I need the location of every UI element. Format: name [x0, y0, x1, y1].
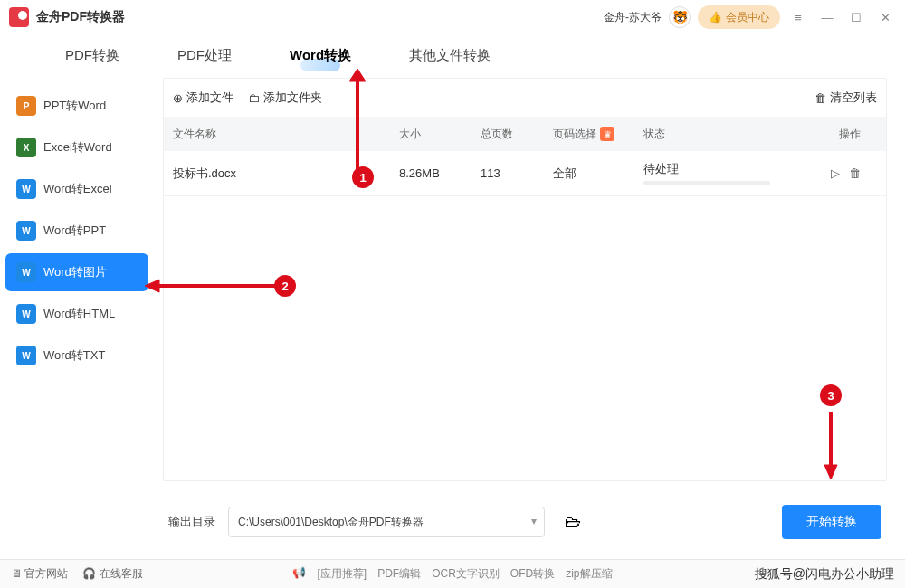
cell-op: ▷ 🗑	[797, 166, 861, 180]
output-path-text: C:\Users\001\Desktop\金舟PDF转换器	[238, 515, 424, 530]
word-icon: W	[16, 179, 36, 199]
word-icon: W	[16, 221, 36, 241]
sidebar-item-word-to-excel[interactable]: WWord转Excel	[5, 170, 148, 208]
footer-link[interactable]: OFD转换	[510, 566, 555, 582]
watermark-text: 搜狐号@闪电办公小助理	[755, 566, 894, 583]
cell-size: 8.26MB	[399, 166, 481, 180]
cell-pages: 113	[481, 166, 553, 180]
sidebar-item-word-to-html[interactable]: WWord转HTML	[5, 295, 148, 333]
main: PPPT转Word XExcel转Word WWord转Excel WWord转…	[0, 78, 905, 548]
add-file-button[interactable]: ⊕添加文件	[173, 90, 233, 106]
add-file-icon: ⊕	[173, 91, 183, 105]
th-size: 大小	[399, 127, 481, 142]
sidebar-item-label: Word转图片	[43, 264, 107, 280]
cell-status: 待处理	[643, 161, 797, 185]
add-file-label: 添加文件	[186, 90, 233, 106]
word-icon: W	[16, 304, 36, 324]
th-range: 页码选择♛	[553, 127, 643, 142]
footer-links: 📢 [应用推荐] PDF编辑 OCR文字识别 OFD转换 zip解压缩	[292, 566, 612, 582]
tab-pdf-process[interactable]: PDF处理	[148, 34, 261, 77]
toolbar: ⊕添加文件 🗀添加文件夹 🗑清空列表	[164, 79, 886, 117]
vip-button[interactable]: 👍会员中心	[698, 5, 780, 29]
add-folder-label: 添加文件夹	[263, 90, 322, 106]
username: 金舟-苏大爷	[604, 10, 662, 25]
menu-icon[interactable]: ≡	[787, 6, 809, 28]
delete-icon[interactable]: 🗑	[849, 166, 861, 180]
output-path-field[interactable]: C:\Users\001\Desktop\金舟PDF转换器 ▾	[228, 507, 545, 537]
sidebar-item-label: Word转PPT	[43, 223, 106, 239]
maximize-icon[interactable]: ☐	[845, 6, 867, 28]
titlebar: 金舟PDF转换器 金舟-苏大爷 🐯 👍会员中心 ≡ — ☐ ✕	[0, 0, 905, 34]
app-title: 金舟PDF转换器	[36, 9, 125, 25]
sidebar-item-label: Word转Excel	[43, 181, 112, 197]
footer-link[interactable]: OCR文字识别	[432, 566, 500, 582]
excel-icon: X	[16, 138, 36, 157]
sidebar-item-word-to-image[interactable]: WWord转图片	[5, 253, 148, 291]
speaker-icon: 📢	[292, 566, 306, 582]
sidebar-item-word-to-ppt[interactable]: WWord转PPT	[5, 212, 148, 250]
vip-badge-icon: ♛	[600, 127, 614, 141]
th-filename: 文件名称	[173, 127, 399, 142]
ppt-icon: P	[16, 96, 36, 116]
sidebar: PPPT转Word XExcel转Word WWord转Excel WWord转…	[0, 78, 154, 548]
tab-other-convert[interactable]: 其他文件转换	[380, 34, 519, 77]
th-pages: 总页数	[481, 127, 553, 142]
table-row[interactable]: 投标书.docx 8.26MB 113 全部 待处理 ▷ 🗑	[164, 151, 886, 196]
app-logo-icon	[9, 7, 29, 27]
output-bar: 输出目录 C:\Users\001\Desktop\金舟PDF转换器 ▾ 🗁 开…	[154, 481, 896, 548]
tab-pdf-convert[interactable]: PDF转换	[36, 34, 148, 77]
chevron-down-icon[interactable]: ▾	[531, 515, 537, 527]
sidebar-item-label: Excel转Word	[43, 139, 112, 156]
official-site-link[interactable]: 🖥 官方网站	[11, 566, 68, 582]
play-icon[interactable]: ▷	[831, 166, 840, 180]
add-folder-icon: 🗀	[248, 91, 260, 105]
clear-list-button[interactable]: 🗑清空列表	[814, 90, 877, 106]
trash-icon: 🗑	[814, 91, 826, 105]
status-text: 待处理	[643, 161, 797, 177]
close-icon[interactable]: ✕	[874, 6, 896, 28]
sidebar-item-word-to-txt[interactable]: WWord转TXT	[5, 337, 148, 375]
footer-link[interactable]: zip解压缩	[566, 566, 612, 582]
tab-word-convert[interactable]: Word转换	[261, 34, 380, 77]
open-folder-button[interactable]: 🗁	[557, 507, 588, 537]
folder-icon: 🗁	[565, 513, 581, 532]
footer-link[interactable]: [应用推荐]	[317, 566, 367, 582]
sidebar-item-label: Word转HTML	[43, 306, 115, 322]
progress-bar	[643, 181, 770, 185]
th-status: 状态	[643, 127, 797, 142]
add-folder-button[interactable]: 🗀添加文件夹	[248, 90, 322, 106]
sidebar-item-label: Word转TXT	[43, 347, 105, 364]
footer: 🖥 官方网站 🎧 在线客服 📢 [应用推荐] PDF编辑 OCR文字识别 OFD…	[0, 559, 905, 588]
sidebar-item-excel-to-word[interactable]: XExcel转Word	[5, 128, 148, 166]
footer-link[interactable]: PDF编辑	[377, 566, 421, 582]
sidebar-item-label: PPT转Word	[43, 98, 106, 114]
support-link[interactable]: 🎧 在线客服	[82, 566, 142, 582]
cell-range[interactable]: 全部	[553, 166, 643, 182]
start-convert-button[interactable]: 开始转换	[782, 505, 881, 539]
word-icon: W	[16, 262, 36, 282]
sidebar-item-ppt-to-word[interactable]: PPPT转Word	[5, 87, 148, 125]
avatar-icon[interactable]: 🐯	[669, 6, 691, 28]
content: ⊕添加文件 🗀添加文件夹 🗑清空列表 文件名称 大小 总页数 页码选择♛ 状态 …	[154, 78, 905, 548]
top-tabs: PDF转换 PDF处理 Word转换 其他文件转换	[0, 34, 905, 78]
cell-filename: 投标书.docx	[173, 166, 399, 182]
th-op: 操作	[797, 127, 861, 142]
minimize-icon[interactable]: —	[816, 6, 838, 28]
table-header: 文件名称 大小 总页数 页码选择♛ 状态 操作	[164, 117, 886, 151]
thumbs-up-icon: 👍	[709, 11, 722, 24]
word-icon: W	[16, 346, 36, 365]
clear-list-label: 清空列表	[830, 90, 877, 106]
output-label: 输出目录	[168, 514, 215, 530]
